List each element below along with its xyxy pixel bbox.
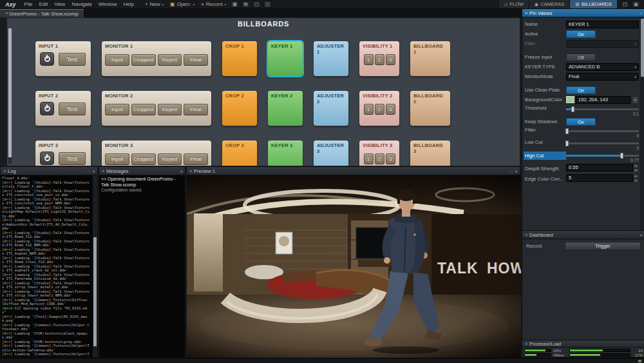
pin-despill-strength-input[interactable]: 0.55 [566,164,633,172]
visibility-1-button[interactable]: 1 [364,153,374,164]
spin-down-button[interactable]: ▼ [633,179,639,183]
billboard-cell-visibility-2[interactable]: VISIBILITY 2123 [359,91,399,126]
monitor-layout-icon[interactable]: ▦ [231,1,239,8]
pin-values-header[interactable]: ≡ Pin Values ⋯▾ [522,9,644,17]
snapshot-icon[interactable]: ▢ [252,1,261,8]
tab-flow[interactable]: ◇FLOW [498,0,529,8]
pin-backgroundcolor-value[interactable]: 152, 204, 143 [576,96,630,104]
chevron-down-icon[interactable]: ▾ [162,3,164,6]
monitor-cropped-button[interactable]: Cropped [131,104,156,115]
billboard-cell-keyer-3[interactable]: KEYER 3 [268,141,303,166]
billboard-cell-billboard-1[interactable]: BILLBOARD 1 [410,41,450,76]
spin-up-button[interactable]: ▲ [633,164,639,168]
log-scrollbar[interactable] [93,175,97,357]
chevron-down-icon[interactable]: ▾ [640,233,642,237]
messages-content[interactable]: >> Opening document GreenPromo - Talk Sh… [99,175,185,357]
processor-load-header[interactable]: ≡ Processor/Load [522,340,644,348]
scrollbar-thumb[interactable] [641,19,644,77]
tab-billboards[interactable]: ▦BILLBOARDS [569,0,617,8]
billboard-cell-monitor-1[interactable]: MONITOR 1InputCroppedKeyedFinal [102,41,211,76]
billboard-cell-visibility-3[interactable]: VISIBILITY 3123 [359,141,399,166]
chevron-down-icon[interactable]: ▾ [225,3,227,6]
scrollbar-thumb[interactable] [8,28,12,157]
visibility-1-button[interactable]: 1 [364,104,374,115]
spin-down-button[interactable]: ▼ [633,168,639,173]
billboard-cell-monitor-3[interactable]: MONITOR 3InputCroppedKeyedFinal [102,141,211,166]
chevron-down-icon[interactable]: ▾ [640,11,642,15]
visibility-2-button[interactable]: 2 [375,104,384,115]
billboard-cell-monitor-2[interactable]: MONITOR 2InputCroppedKeyedFinal [102,91,211,126]
billboard-cell-crop-2[interactable]: CROP 2 [222,91,257,126]
monitor-cropped-button[interactable]: Cropped [131,54,156,66]
billboard-cell-billboard-3[interactable]: BILLBOARD 3 [410,141,450,166]
messages-panel-header[interactable]: ≡ Messages ▾ [99,167,185,175]
toolbar-new-button[interactable]: +New▾ [142,1,166,7]
toolbar-record-button[interactable]: ●Record▾ [198,1,229,7]
pin-filter-slider[interactable] [566,130,639,132]
log-content[interactable]: Flower_4.dds'[Arr] Loading '[Studio]:Tal… [1,175,93,357]
pin-monitormode-dropdown[interactable]: Final▾ [566,73,639,81]
billboard-cell-input-3[interactable]: INPUT 3Test [35,141,91,166]
tab-cameras[interactable]: ◉CAMERAS [529,0,569,8]
billboard-cell-adjuster-2[interactable]: ADJUSTER 2 [314,91,348,126]
spin-up-button[interactable]: ▲ [633,174,639,179]
visibility-3-button[interactable]: 3 [386,104,395,115]
monitor-keyed-button[interactable]: Keyed [158,54,182,66]
pin-panel-icon[interactable]: ▣ [632,1,640,8]
scrollbar-thumb[interactable] [93,237,97,346]
billboard-cell-crop-3[interactable]: CROP 3 [222,141,257,166]
monitor-final-button[interactable]: Final [184,104,208,115]
test-button[interactable]: Test [59,152,86,165]
monitor-final-button[interactable]: Final [184,153,208,165]
billboard-cell-visibility-1[interactable]: VISIBILITY 1123 [359,41,399,76]
billboard-cell-adjuster-1[interactable]: ADJUSTER 1 [314,41,348,76]
slider-handle[interactable] [571,106,574,112]
power-button[interactable] [40,102,54,115]
slider-handle[interactable] [565,128,569,134]
pin-threshold-slider[interactable] [566,108,639,110]
power-button[interactable] [40,152,54,165]
menu-navigate[interactable]: Navigate [68,1,95,7]
pin-name-input[interactable]: KEYER 1 [566,21,639,28]
chevron-down-icon[interactable]: ▾ [193,3,194,6]
toolbar-open-button[interactable]: ▣Open:▾ [167,1,197,7]
pin-keyer-type-dropdown[interactable]: ADVANCED B▾ [566,63,639,71]
monitor-input-button[interactable]: Input [105,153,129,165]
billboard-cell-input-1[interactable]: INPUT 1Test [35,41,91,76]
slider-handle[interactable] [565,141,569,146]
test-button[interactable]: Test [59,53,86,66]
chevron-down-icon[interactable]: ▾ [180,169,182,173]
menu-help[interactable]: Help [120,1,137,7]
menu-dots-icon[interactable]: ⋯ [509,169,513,173]
menu-view[interactable]: View [51,1,68,7]
pin-keep-shadows-toggle[interactable]: On [566,118,596,126]
billboard-cell-crop-1[interactable]: CROP 1 [222,41,257,76]
pin-use-clean-plate-toggle[interactable]: On [566,86,596,94]
pin-low-cut-slider[interactable] [566,142,639,144]
test-button[interactable]: Test [59,103,86,115]
dashboard-header[interactable]: ≡ Dashboard ▾ [522,231,644,239]
slider-handle[interactable] [620,153,623,159]
pin-active-toggle[interactable]: On [566,30,596,38]
pin-edge-color-corr-input[interactable]: 5 [566,174,633,182]
pin-filler-dropdown[interactable]: ▾ [566,40,639,48]
preview-panel-header[interactable]: ≡ Preview 1 ⋯▾ [187,167,520,175]
menu-dots-icon[interactable]: ⋯ [86,169,90,173]
monitor-input-button[interactable]: Input [105,104,129,115]
billboard-cell-billboard-2[interactable]: BILLBOARD 2 [410,91,450,126]
billboard-cell-adjuster-3[interactable]: ADJUSTER 3 [314,141,348,166]
visibility-2-button[interactable]: 2 [375,54,384,65]
pin-high-cut-slider[interactable] [566,155,639,157]
billboards-scrollbar[interactable] [8,28,12,164]
color-picker-button[interactable]: ▾ [632,96,639,104]
monitor-cropped-button[interactable]: Cropped [131,153,156,165]
power-button[interactable] [40,52,54,66]
preview-viewport[interactable]: TALK HOW [187,175,521,358]
billboard-cell-input-2[interactable]: INPUT 2Test [35,91,91,126]
billboard-cell-keyer-2[interactable]: KEYER 2 [268,91,303,126]
monitor-keyed-button[interactable]: Keyed [158,153,182,165]
visibility-3-button[interactable]: 3 [386,54,395,65]
chevron-down-icon[interactable]: ▾ [93,169,95,173]
menu-dots-icon[interactable]: ⋯ [634,11,638,15]
menu-file[interactable]: File [21,1,36,7]
